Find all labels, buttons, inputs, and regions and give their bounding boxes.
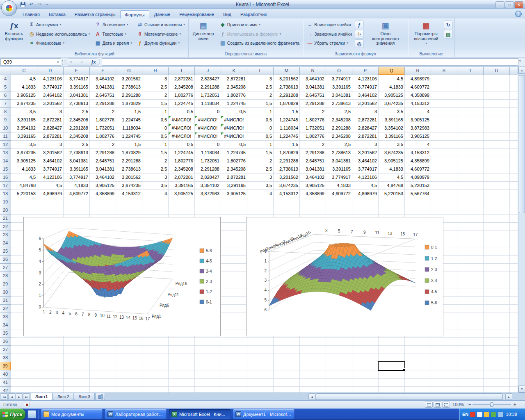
cell[interactable]: 4,123106 [352, 173, 379, 182]
cell[interactable]: 2,345208 [64, 132, 90, 141]
cell[interactable]: 3,464102 [352, 91, 379, 100]
ribbon-icon-button[interactable]: ƒ [355, 21, 364, 29]
cell[interactable] [274, 198, 300, 206]
cell[interactable] [169, 370, 195, 379]
cell[interactable]: 3 [37, 141, 64, 149]
ribbon-small-button[interactable]: →Зависимые ячейки [305, 30, 354, 39]
cell[interactable] [484, 272, 510, 280]
cell[interactable]: 3,674235 [274, 182, 300, 190]
ribbon-tab[interactable]: Рецензирование [175, 10, 219, 18]
cell[interactable]: 1,732051 [90, 124, 116, 132]
row-header[interactable]: 24 [0, 239, 11, 247]
cell[interactable]: 3,905125 [11, 157, 37, 165]
cell[interactable]: 2,738613 [274, 83, 300, 91]
cell[interactable] [484, 329, 510, 338]
scroll-up-icon[interactable]: ▲ [518, 67, 525, 74]
row-header[interactable]: 32 [0, 305, 11, 313]
row-header[interactable]: 34 [0, 321, 11, 329]
cell[interactable] [510, 387, 518, 393]
tab-split-handle[interactable] [101, 394, 103, 399]
cell[interactable]: 2,345208 [221, 165, 247, 173]
cell[interactable]: 2,291288 [90, 100, 116, 108]
cell[interactable] [11, 346, 37, 354]
vertical-scrollbar[interactable]: ▲ ▼ [518, 67, 525, 393]
cell[interactable]: 1,224745 [221, 100, 247, 108]
cell[interactable] [221, 387, 247, 393]
cell[interactable] [510, 329, 518, 338]
cell[interactable] [352, 362, 379, 370]
cell[interactable] [274, 370, 300, 379]
cell[interactable] [510, 379, 518, 387]
cell[interactable] [142, 370, 169, 379]
cell[interactable]: 3,674235 [116, 182, 142, 190]
cell[interactable]: 1,802776 [221, 91, 247, 100]
cell[interactable] [510, 215, 518, 223]
cell[interactable]: 3,041381 [326, 157, 352, 165]
cell[interactable] [510, 305, 518, 313]
cell[interactable] [300, 346, 326, 354]
cell[interactable] [510, 157, 518, 165]
active-cell-selection[interactable] [378, 361, 405, 371]
cell[interactable] [457, 354, 484, 362]
cell[interactable]: 3,774917 [326, 173, 352, 182]
cell[interactable]: 3,041381 [64, 91, 90, 100]
cell[interactable] [457, 264, 484, 272]
column-header[interactable]: C [11, 67, 37, 75]
cell[interactable]: 1,5 [116, 108, 142, 116]
ribbon-tab[interactable]: Разработчик [236, 10, 271, 18]
row-header[interactable]: 12 [0, 141, 11, 149]
cell[interactable] [510, 198, 518, 206]
cell[interactable] [247, 198, 274, 206]
column-header[interactable]: S [431, 67, 457, 75]
cell[interactable] [484, 116, 510, 124]
cell[interactable] [484, 239, 510, 247]
cell[interactable] [431, 83, 457, 91]
undo-button[interactable]: ↶ [27, 1, 35, 8]
row-header[interactable]: 41 [0, 379, 11, 387]
cell[interactable]: 4,123106 [37, 75, 64, 83]
cell[interactable] [484, 75, 510, 83]
cell[interactable]: 3 [352, 141, 379, 149]
cell[interactable] [484, 165, 510, 173]
cell[interactable] [457, 379, 484, 387]
cell[interactable]: 3,354102 [379, 124, 405, 132]
cell[interactable]: 4,153312 [405, 149, 431, 157]
cell[interactable]: 1,5 [142, 100, 169, 108]
cell[interactable] [116, 370, 142, 379]
cell[interactable]: 3,391165 [379, 132, 405, 141]
ribbon-big-button[interactable]: ▦Параметры вычислений▾ [410, 20, 443, 48]
cell[interactable] [221, 362, 247, 370]
cell[interactable]: 2,738613 [326, 149, 352, 157]
cell[interactable] [300, 338, 326, 346]
name-box-dropdown[interactable]: ▼ [55, 59, 61, 65]
cell[interactable] [405, 387, 431, 393]
cell[interactable] [457, 362, 484, 370]
ribbon-small-button[interactable]: ƒИспользовать в формуле▾ [218, 30, 301, 39]
cell[interactable]: 2,345208 [169, 83, 195, 91]
column-header[interactable]: G [116, 67, 142, 75]
cell[interactable]: 3,905125 [379, 157, 405, 165]
cell[interactable]: 4,1833 [11, 165, 37, 173]
cell[interactable] [457, 215, 484, 223]
column-header[interactable]: D [37, 67, 64, 75]
cell[interactable]: 3,5 [379, 141, 405, 149]
cell[interactable]: #ЧИСЛО! [169, 132, 195, 141]
cell[interactable] [457, 132, 484, 141]
cell[interactable] [379, 354, 405, 362]
row-header[interactable]: 17 [0, 182, 11, 190]
cell[interactable]: 1,870829 [116, 100, 142, 108]
cell[interactable] [510, 346, 518, 354]
cell[interactable]: 2 [90, 141, 116, 149]
cell[interactable] [484, 198, 510, 206]
cell[interactable] [510, 272, 518, 280]
cell[interactable] [510, 149, 518, 157]
cell[interactable] [169, 346, 195, 354]
cell[interactable] [510, 321, 518, 329]
task-button[interactable]: Мои документы [41, 409, 103, 419]
column-header[interactable]: O [326, 67, 352, 75]
cell[interactable] [510, 182, 518, 190]
cell[interactable]: 2 [142, 91, 169, 100]
office-button[interactable] [1, 0, 17, 16]
cell[interactable] [484, 149, 510, 157]
cell[interactable]: 3,391165 [64, 83, 90, 91]
